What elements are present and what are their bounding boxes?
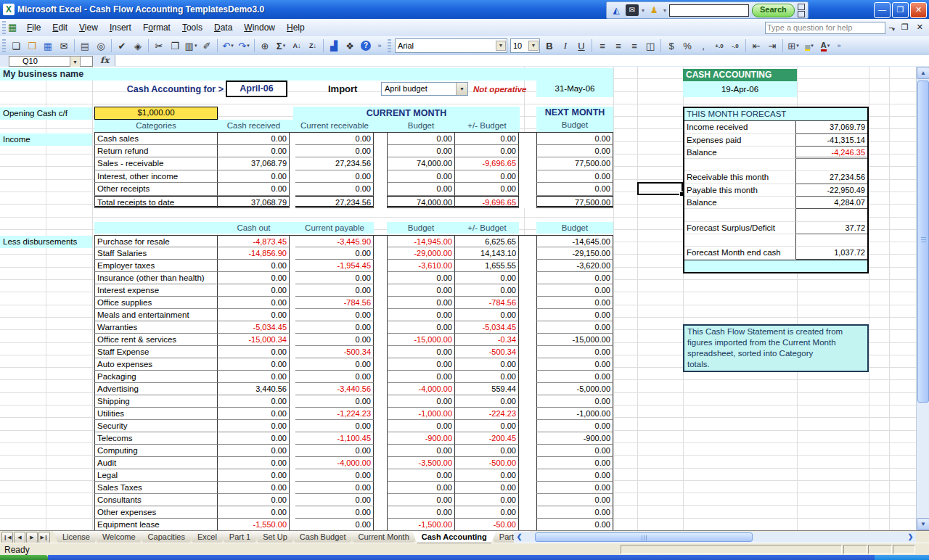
category-cell[interactable]: Office rent & services <box>94 334 218 346</box>
value-cell[interactable]: 0.00 <box>387 371 455 383</box>
workbook-window-controls[interactable]: ‒ ❐ ✕ <box>889 22 926 32</box>
value-cell[interactable]: 0.00 <box>295 469 374 482</box>
redo-dropdown-icon[interactable]: ▾ <box>247 43 250 49</box>
value-cell[interactable]: 0.00 <box>455 145 519 158</box>
value-cell[interactable]: -14,945.00 <box>387 235 455 247</box>
value-cell[interactable]: 27,234.56 <box>295 157 374 170</box>
value-cell[interactable]: -15,000.00 <box>387 334 455 346</box>
value-cell[interactable]: 0.00 <box>455 183 519 196</box>
value-cell[interactable]: 0.00 <box>387 346 455 358</box>
value-cell[interactable]: -3,620.00 <box>536 260 613 272</box>
selected-cell[interactable] <box>637 182 683 195</box>
value-cell[interactable]: 0.00 <box>536 183 613 196</box>
chart-wizard-button[interactable]: ▟ <box>327 38 341 53</box>
font-color-dropdown-icon[interactable]: ▾ <box>827 43 830 49</box>
value-cell[interactable]: -1,000.00 <box>387 408 455 420</box>
value-cell[interactable]: 0.00 <box>455 420 519 432</box>
tab-part-1[interactable]: Part 1 <box>220 531 260 543</box>
tab-capacities[interactable]: Capacities <box>139 531 195 543</box>
font-size-dropdown-icon[interactable]: ▼ <box>528 41 539 51</box>
cut-button[interactable]: ✂ <box>152 38 166 53</box>
value-cell[interactable]: 0.00 <box>295 519 374 530</box>
decrease-indent-button[interactable]: ⇤ <box>749 38 764 53</box>
value-cell[interactable]: 0.00 <box>536 494 613 506</box>
value-cell[interactable]: 0.00 <box>536 469 613 482</box>
value-cell[interactable]: 1,655.55 <box>455 260 519 272</box>
value-cell[interactable]: 0.00 <box>455 445 519 457</box>
menu-window[interactable]: Window <box>238 20 281 35</box>
value-cell[interactable]: -3,500.00 <box>387 457 455 469</box>
value-cell[interactable]: 0.00 <box>218 346 290 358</box>
value-cell[interactable]: 0.00 <box>536 170 613 184</box>
fill-color-dropdown-icon[interactable]: ▾ <box>811 43 814 49</box>
value-cell[interactable]: 74,000.00 <box>387 196 455 209</box>
disbursements-section-label-cell[interactable]: Less disbursements <box>0 236 92 248</box>
percent-button[interactable]: % <box>680 38 695 53</box>
value-cell[interactable]: 0.00 <box>218 420 290 432</box>
value-cell[interactable]: 0.00 <box>295 183 374 196</box>
next-sheet-icon[interactable]: ▶ <box>26 532 38 543</box>
sort-ascending-button[interactable]: A↓ <box>290 38 304 53</box>
value-cell[interactable]: 0.00 <box>218 170 290 184</box>
value-cell[interactable]: 0.00 <box>218 408 290 420</box>
value-cell[interactable]: 0.00 <box>536 132 613 145</box>
bold-button[interactable]: B <box>542 38 557 53</box>
menu-insert[interactable]: Insert <box>104 20 137 35</box>
value-cell[interactable]: -784.56 <box>295 297 374 309</box>
value-cell[interactable]: 0.00 <box>387 482 455 494</box>
insert-function-button[interactable]: fx <box>100 55 109 65</box>
value-cell[interactable]: 0.00 <box>218 272 290 284</box>
drawing-button[interactable]: ❖ <box>343 38 357 53</box>
value-cell[interactable]: 3,440.56 <box>218 383 290 395</box>
category-cell[interactable]: Other receipts <box>94 183 218 196</box>
menu-view[interactable]: View <box>73 20 104 35</box>
value-cell[interactable]: -29,150.00 <box>536 247 613 260</box>
value-cell[interactable]: 0.00 <box>295 506 374 519</box>
value-cell[interactable]: -200.45 <box>455 432 519 445</box>
value-cell[interactable]: -500.34 <box>295 346 374 358</box>
category-cell[interactable]: Office supplies <box>94 297 218 309</box>
category-cell[interactable]: Utilities <box>94 408 218 420</box>
start-button-edge[interactable] <box>0 555 48 560</box>
value-cell[interactable]: 0.00 <box>387 358 455 371</box>
formula-input[interactable] <box>115 55 929 66</box>
value-cell[interactable]: 0.00 <box>295 494 374 506</box>
save-button[interactable]: ▦ <box>41 38 55 53</box>
import-dropdown-arrow-icon[interactable]: ▼ <box>456 83 467 95</box>
value-cell[interactable]: 0.00 <box>536 309 613 321</box>
forecast-value[interactable] <box>796 159 867 171</box>
currency-button[interactable]: $ <box>664 38 679 53</box>
category-cell[interactable]: Staff Expense <box>94 346 218 358</box>
value-cell[interactable]: 0.00 <box>295 420 374 432</box>
value-cell[interactable]: 0.00 <box>455 395 519 408</box>
cash-accounting-date-cell[interactable]: 19-Apr-06 <box>683 81 797 97</box>
font-name-dropdown-icon[interactable]: ▼ <box>496 41 506 51</box>
value-cell[interactable]: 0.00 <box>455 309 519 321</box>
menu-help[interactable]: Help <box>281 20 311 35</box>
value-cell[interactable]: 0.00 <box>387 395 455 408</box>
business-name-band[interactable]: My business name <box>0 68 613 81</box>
restore-button[interactable]: ❐ <box>892 2 909 18</box>
value-cell[interactable]: 0.00 <box>536 420 613 432</box>
value-cell[interactable]: 0.00 <box>387 445 455 457</box>
category-cell[interactable]: Return refund <box>94 145 218 158</box>
value-cell[interactable]: 0.00 <box>387 183 455 196</box>
value-cell[interactable]: 0.00 <box>387 506 455 519</box>
hyperlink-button[interactable]: ⊕ <box>258 38 272 53</box>
value-cell[interactable]: 37,068.79 <box>218 196 290 209</box>
value-cell[interactable]: 0.00 <box>295 445 374 457</box>
sort-descending-button[interactable]: Z↓ <box>306 38 320 53</box>
value-cell[interactable]: 0.00 <box>218 506 290 519</box>
value-cell[interactable]: -3,445.90 <box>295 235 374 247</box>
value-cell[interactable]: -224.23 <box>455 408 519 420</box>
paste-button[interactable]: ▥▾ <box>184 38 198 53</box>
vertical-scrollbar[interactable]: ▲ ▼ <box>916 67 929 530</box>
value-cell[interactable]: 0.00 <box>218 445 290 457</box>
category-cell[interactable]: Sales Taxes <box>94 482 218 494</box>
value-cell[interactable]: -50.00 <box>455 519 519 530</box>
category-cell[interactable]: Interest, other income <box>94 170 218 184</box>
value-cell[interactable]: 0.00 <box>218 297 290 309</box>
comma-button[interactable]: , <box>696 38 711 53</box>
spelling-button[interactable]: ✔ <box>115 38 129 53</box>
redo-button[interactable]: ↷▾ <box>237 38 251 53</box>
